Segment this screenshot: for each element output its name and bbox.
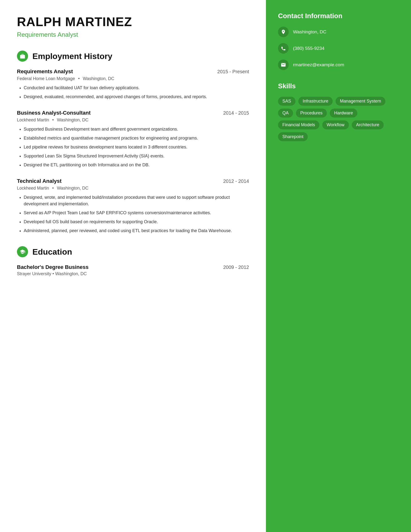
employment-section-title: Employment History	[32, 51, 112, 61]
job-block-2: Business Analyst-Consultant 2014 - 2015 …	[17, 110, 249, 168]
candidate-name: RALPH MARTINEZ	[17, 15, 249, 29]
edu-degree-1: Bachelor's Degree Business	[17, 264, 88, 270]
email-icon	[278, 59, 289, 70]
job-title-1: Requirements Analyst	[17, 68, 73, 75]
location-icon	[278, 27, 289, 37]
phone-icon	[278, 43, 289, 54]
skill-tag: Hardware	[330, 109, 357, 117]
job-header-1: Requirements Analyst 2015 - Present	[17, 68, 249, 75]
education-icon	[17, 246, 28, 257]
job-bullets-2: Supported Business Development team and …	[17, 126, 249, 168]
skill-tag: SAS	[278, 97, 295, 106]
skills-tags: SAS Infrastructure Management System QA …	[278, 97, 399, 141]
list-item: Conducted and facilitated UAT for loan d…	[24, 85, 249, 91]
skill-tag: Management System	[336, 97, 385, 106]
skill-tag: Workflow	[322, 120, 349, 129]
edu-dates-1: 2009 - 2012	[223, 265, 249, 270]
envelope-icon	[281, 62, 286, 67]
job-title-3: Technical Analyst	[17, 178, 62, 184]
list-item: Served as A/P Project Team Lead for SAP …	[24, 210, 249, 216]
job-company-1: Federal Home Loan Mortgage • Washington,…	[17, 76, 249, 81]
list-item: Developed full OS build based on require…	[24, 218, 249, 225]
list-item: Designed the ETL partitioning on both In…	[24, 162, 249, 168]
phone-svg-icon	[281, 46, 286, 51]
job-company-3: Lockheed Martin • Washington, DC	[17, 186, 249, 191]
contact-location: Washington, DC	[278, 27, 399, 37]
contact-email-text: rmartinez@example.com	[293, 62, 344, 68]
skill-tag: Architecture	[352, 120, 384, 129]
list-item: Established metrics and quantitative man…	[24, 135, 249, 142]
contact-phone: (380) 555-9234	[278, 43, 399, 54]
candidate-title: Requirements Analyst	[17, 31, 249, 38]
job-header-2: Business Analyst-Consultant 2014 - 2015	[17, 110, 249, 116]
job-block-1: Requirements Analyst 2015 - Present Fede…	[17, 68, 249, 100]
employment-section-header: Employment History	[17, 50, 249, 62]
list-item: Administered, planned, peer reviewed, an…	[24, 228, 249, 234]
skill-tag: QA	[278, 109, 293, 117]
skill-tag: Infrastructure	[298, 97, 333, 106]
list-item: Led pipeline reviews for business develo…	[24, 144, 249, 150]
contact-section-title: Contact Information	[278, 12, 399, 20]
job-bullets-1: Conducted and facilitated UAT for loan d…	[17, 85, 249, 100]
skill-tag: Sharepoint	[278, 132, 308, 141]
graduation-icon	[19, 249, 25, 255]
list-item: Supported Lean Six Sigma Structured Impr…	[24, 153, 249, 159]
skill-tag: Procedures	[296, 109, 327, 117]
job-title-2: Business Analyst-Consultant	[17, 110, 91, 116]
education-section-header: Education	[17, 246, 249, 257]
main-content: RALPH MARTINEZ Requirements Analyst Empl…	[0, 0, 266, 532]
list-item: Designed, wrote, and implemented build/i…	[24, 194, 249, 207]
sidebar: Contact Information Washington, DC (380)…	[266, 0, 411, 532]
contact-phone-text: (380) 555-9234	[293, 45, 325, 52]
job-company-2: Lockheed Martin • Washington, DC	[17, 117, 249, 123]
edu-header-1: Bachelor's Degree Business 2009 - 2012	[17, 264, 249, 270]
job-dates-1: 2015 - Present	[217, 69, 249, 75]
edu-school-1: Strayer University • Washington, DC	[17, 271, 249, 276]
skill-tag: Financial Models	[278, 120, 319, 129]
pin-icon	[281, 29, 286, 35]
list-item: Supported Business Development team and …	[24, 126, 249, 133]
briefcase-icon	[19, 53, 25, 59]
job-header-3: Technical Analyst 2012 - 2014	[17, 178, 249, 184]
job-bullets-3: Designed, wrote, and implemented build/i…	[17, 194, 249, 234]
job-dates-3: 2012 - 2014	[223, 179, 249, 184]
education-section-title: Education	[32, 247, 72, 256]
job-block-3: Technical Analyst 2012 - 2014 Lockheed M…	[17, 178, 249, 234]
education-block-1: Bachelor's Degree Business 2009 - 2012 S…	[17, 264, 249, 276]
contact-location-text: Washington, DC	[293, 29, 326, 35]
skills-section-title: Skills	[278, 82, 399, 90]
list-item: Designed, evaluated, recommended, and ap…	[24, 94, 249, 100]
job-dates-2: 2014 - 2015	[223, 110, 249, 116]
contact-email: rmartinez@example.com	[278, 59, 399, 70]
skills-section: Skills SAS Infrastructure Management Sys…	[278, 82, 399, 141]
employment-icon	[17, 50, 28, 62]
